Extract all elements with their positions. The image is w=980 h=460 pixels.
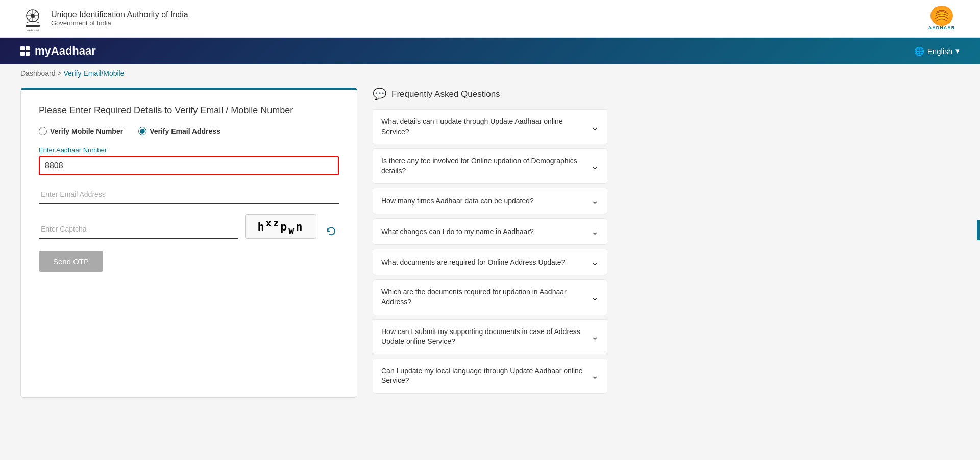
breadcrumb-separator: > [57, 69, 61, 78]
aadhaar-input[interactable] [39, 156, 339, 175]
faq-list: What details can I update through Update… [373, 109, 607, 394]
captcha-refresh-button[interactable] [324, 223, 339, 239]
captcha-image: hxzpwn [245, 214, 316, 239]
aadhaar-field-group: Enter Aadhaar Number [39, 146, 339, 175]
faq-item[interactable]: How many times Aadhaar data can be updat… [373, 188, 607, 214]
email-input[interactable] [39, 186, 339, 204]
aadhaar-logo: AADHAAR [924, 5, 960, 33]
faq-question: Which are the documents required for upd… [381, 287, 591, 307]
chevron-down-icon: ▾ [955, 46, 960, 56]
faq-header: 💬 Frequently Asked Questions [373, 88, 607, 101]
radio-email-text: Verify Email Address [150, 127, 220, 135]
chevron-down-icon: ⌄ [591, 226, 599, 237]
radio-email[interactable] [138, 127, 146, 135]
faq-icon: 💬 [373, 88, 386, 101]
chevron-down-icon: ⌄ [591, 257, 599, 268]
page-header: सत्यमेव जयते Unique Identification Autho… [0, 0, 980, 38]
lang-label: English [927, 47, 952, 56]
faq-question: Is there any fee involved for Online upd… [381, 156, 591, 176]
chevron-down-icon: ⌄ [591, 370, 599, 381]
main-content: Please Enter Required Details to Verify … [0, 83, 980, 413]
radio-mobile-label[interactable]: Verify Mobile Number [39, 127, 123, 135]
faq-question: How many times Aadhaar data can be updat… [381, 196, 591, 207]
radio-mobile-text: Verify Mobile Number [50, 127, 123, 135]
brand-label: myAadhaar [35, 44, 96, 58]
chevron-down-icon: ⌄ [591, 195, 599, 207]
navbar: myAadhaar 🌐 English ▾ [0, 38, 980, 64]
chevron-down-icon: ⌄ [591, 292, 599, 303]
faq-item[interactable]: What changes can I do to my name in Aadh… [373, 218, 607, 245]
chevron-down-icon: ⌄ [591, 161, 599, 172]
svg-text:AADHAAR: AADHAAR [928, 25, 955, 30]
captcha-text: hxzpwn [258, 218, 304, 236]
brand: myAadhaar [20, 44, 96, 58]
faq-item[interactable]: What details can I update through Update… [373, 109, 607, 144]
chevron-down-icon: ⌄ [591, 331, 599, 342]
captcha-row: hxzpwn [39, 214, 339, 239]
form-card: Please Enter Required Details to Verify … [20, 88, 357, 398]
radio-mobile[interactable] [39, 127, 47, 135]
language-selector[interactable]: 🌐 English ▾ [914, 46, 960, 56]
captcha-input-wrap [39, 220, 238, 239]
faq-section: 💬 Frequently Asked Questions What detail… [373, 88, 607, 398]
breadcrumb-dashboard[interactable]: Dashboard [20, 69, 56, 78]
svg-rect-6 [26, 25, 40, 27]
faq-item[interactable]: How can I submit my supporting documents… [373, 319, 607, 354]
org-name: Unique Identification Authority of India [51, 10, 188, 19]
svg-point-8 [930, 6, 953, 26]
faq-question: What documents are required for Online A… [381, 258, 591, 268]
org-sub: Government of India [51, 19, 188, 27]
emblem-icon: सत्यमेव जयते [20, 5, 45, 33]
radio-email-label[interactable]: Verify Email Address [138, 127, 220, 135]
breadcrumb: Dashboard > Verify Email/Mobile [0, 64, 980, 83]
verification-type-group: Verify Mobile Number Verify Email Addres… [39, 127, 339, 135]
chevron-down-icon: ⌄ [591, 121, 599, 133]
form-title: Please Enter Required Details to Verify … [39, 105, 339, 116]
grid-icon [20, 46, 30, 56]
faq-question: What details can I update through Update… [381, 117, 591, 137]
lang-icon: 🌐 [914, 46, 924, 56]
captcha-input[interactable] [39, 220, 238, 239]
faq-question: What changes can I do to my name in Aadh… [381, 227, 591, 237]
email-field-group [39, 186, 339, 204]
org-logo: सत्यमेव जयते Unique Identification Autho… [20, 5, 188, 33]
faq-item[interactable]: Which are the documents required for upd… [373, 279, 607, 315]
aadhaar-label: Enter Aadhaar Number [39, 146, 339, 154]
breadcrumb-current: Verify Email/Mobile [63, 69, 124, 78]
svg-text:सत्यमेव जयते: सत्यमेव जयते [26, 29, 39, 32]
faq-item[interactable]: Can I update my local language through U… [373, 359, 607, 394]
faq-question: How can I submit my supporting documents… [381, 327, 591, 347]
org-title: Unique Identification Authority of India… [51, 10, 188, 27]
faq-question: Can I update my local language through U… [381, 366, 591, 386]
faq-title: Frequently Asked Questions [391, 89, 500, 99]
scroll-indicator [977, 220, 980, 240]
faq-item[interactable]: Is there any fee involved for Online upd… [373, 148, 607, 184]
faq-item[interactable]: What documents are required for Online A… [373, 249, 607, 275]
send-otp-button[interactable]: Send OTP [39, 251, 103, 272]
